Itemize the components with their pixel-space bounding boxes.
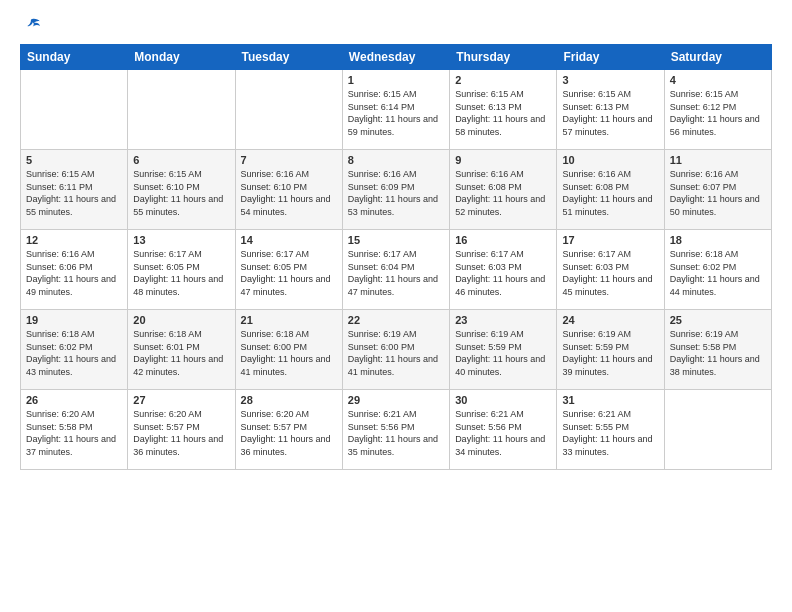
day-info: Sunrise: 6:21 AM Sunset: 5:56 PM Dayligh…	[348, 408, 444, 458]
calendar-cell: 10Sunrise: 6:16 AM Sunset: 6:08 PM Dayli…	[557, 150, 664, 230]
day-info: Sunrise: 6:21 AM Sunset: 5:56 PM Dayligh…	[455, 408, 551, 458]
day-number: 4	[670, 74, 766, 86]
day-info: Sunrise: 6:15 AM Sunset: 6:13 PM Dayligh…	[562, 88, 658, 138]
day-number: 25	[670, 314, 766, 326]
calendar-week-2: 5Sunrise: 6:15 AM Sunset: 6:11 PM Daylig…	[21, 150, 772, 230]
day-number: 11	[670, 154, 766, 166]
calendar-cell: 26Sunrise: 6:20 AM Sunset: 5:58 PM Dayli…	[21, 390, 128, 470]
day-number: 16	[455, 234, 551, 246]
calendar-cell: 16Sunrise: 6:17 AM Sunset: 6:03 PM Dayli…	[450, 230, 557, 310]
calendar-cell: 9Sunrise: 6:16 AM Sunset: 6:08 PM Daylig…	[450, 150, 557, 230]
calendar-cell: 7Sunrise: 6:16 AM Sunset: 6:10 PM Daylig…	[235, 150, 342, 230]
day-number: 18	[670, 234, 766, 246]
day-number: 31	[562, 394, 658, 406]
day-number: 10	[562, 154, 658, 166]
calendar-table: SundayMondayTuesdayWednesdayThursdayFrid…	[20, 44, 772, 470]
calendar-cell	[235, 70, 342, 150]
day-number: 19	[26, 314, 122, 326]
day-info: Sunrise: 6:17 AM Sunset: 6:03 PM Dayligh…	[562, 248, 658, 298]
weekday-header-monday: Monday	[128, 45, 235, 70]
weekday-header-saturday: Saturday	[664, 45, 771, 70]
day-number: 21	[241, 314, 337, 326]
calendar-cell: 24Sunrise: 6:19 AM Sunset: 5:59 PM Dayli…	[557, 310, 664, 390]
weekday-header-friday: Friday	[557, 45, 664, 70]
calendar-cell: 8Sunrise: 6:16 AM Sunset: 6:09 PM Daylig…	[342, 150, 449, 230]
day-info: Sunrise: 6:20 AM Sunset: 5:58 PM Dayligh…	[26, 408, 122, 458]
day-info: Sunrise: 6:17 AM Sunset: 6:04 PM Dayligh…	[348, 248, 444, 298]
calendar-week-4: 19Sunrise: 6:18 AM Sunset: 6:02 PM Dayli…	[21, 310, 772, 390]
calendar-cell: 2Sunrise: 6:15 AM Sunset: 6:13 PM Daylig…	[450, 70, 557, 150]
day-number: 6	[133, 154, 229, 166]
day-info: Sunrise: 6:15 AM Sunset: 6:12 PM Dayligh…	[670, 88, 766, 138]
day-number: 27	[133, 394, 229, 406]
day-info: Sunrise: 6:15 AM Sunset: 6:14 PM Dayligh…	[348, 88, 444, 138]
calendar-cell	[664, 390, 771, 470]
day-info: Sunrise: 6:19 AM Sunset: 6:00 PM Dayligh…	[348, 328, 444, 378]
day-number: 7	[241, 154, 337, 166]
calendar-week-3: 12Sunrise: 6:16 AM Sunset: 6:06 PM Dayli…	[21, 230, 772, 310]
day-info: Sunrise: 6:17 AM Sunset: 6:05 PM Dayligh…	[133, 248, 229, 298]
weekday-header-row: SundayMondayTuesdayWednesdayThursdayFrid…	[21, 45, 772, 70]
calendar-cell: 3Sunrise: 6:15 AM Sunset: 6:13 PM Daylig…	[557, 70, 664, 150]
page: SundayMondayTuesdayWednesdayThursdayFrid…	[0, 0, 792, 612]
calendar-cell: 19Sunrise: 6:18 AM Sunset: 6:02 PM Dayli…	[21, 310, 128, 390]
calendar-cell: 20Sunrise: 6:18 AM Sunset: 6:01 PM Dayli…	[128, 310, 235, 390]
day-number: 13	[133, 234, 229, 246]
calendar-cell: 17Sunrise: 6:17 AM Sunset: 6:03 PM Dayli…	[557, 230, 664, 310]
day-info: Sunrise: 6:15 AM Sunset: 6:11 PM Dayligh…	[26, 168, 122, 218]
day-info: Sunrise: 6:19 AM Sunset: 5:58 PM Dayligh…	[670, 328, 766, 378]
day-number: 17	[562, 234, 658, 246]
day-number: 29	[348, 394, 444, 406]
calendar-cell: 30Sunrise: 6:21 AM Sunset: 5:56 PM Dayli…	[450, 390, 557, 470]
weekday-header-thursday: Thursday	[450, 45, 557, 70]
calendar-cell: 29Sunrise: 6:21 AM Sunset: 5:56 PM Dayli…	[342, 390, 449, 470]
day-number: 5	[26, 154, 122, 166]
day-info: Sunrise: 6:18 AM Sunset: 6:00 PM Dayligh…	[241, 328, 337, 378]
day-info: Sunrise: 6:16 AM Sunset: 6:08 PM Dayligh…	[455, 168, 551, 218]
day-info: Sunrise: 6:15 AM Sunset: 6:13 PM Dayligh…	[455, 88, 551, 138]
calendar-cell: 15Sunrise: 6:17 AM Sunset: 6:04 PM Dayli…	[342, 230, 449, 310]
day-number: 20	[133, 314, 229, 326]
weekday-header-wednesday: Wednesday	[342, 45, 449, 70]
day-info: Sunrise: 6:21 AM Sunset: 5:55 PM Dayligh…	[562, 408, 658, 458]
day-number: 26	[26, 394, 122, 406]
weekday-header-tuesday: Tuesday	[235, 45, 342, 70]
day-number: 15	[348, 234, 444, 246]
calendar-cell	[21, 70, 128, 150]
calendar-cell: 12Sunrise: 6:16 AM Sunset: 6:06 PM Dayli…	[21, 230, 128, 310]
day-number: 30	[455, 394, 551, 406]
calendar-cell	[128, 70, 235, 150]
calendar-cell: 27Sunrise: 6:20 AM Sunset: 5:57 PM Dayli…	[128, 390, 235, 470]
calendar-cell: 11Sunrise: 6:16 AM Sunset: 6:07 PM Dayli…	[664, 150, 771, 230]
day-info: Sunrise: 6:20 AM Sunset: 5:57 PM Dayligh…	[241, 408, 337, 458]
calendar-cell: 23Sunrise: 6:19 AM Sunset: 5:59 PM Dayli…	[450, 310, 557, 390]
day-number: 8	[348, 154, 444, 166]
day-number: 28	[241, 394, 337, 406]
calendar-cell: 14Sunrise: 6:17 AM Sunset: 6:05 PM Dayli…	[235, 230, 342, 310]
day-info: Sunrise: 6:16 AM Sunset: 6:09 PM Dayligh…	[348, 168, 444, 218]
calendar-cell: 18Sunrise: 6:18 AM Sunset: 6:02 PM Dayli…	[664, 230, 771, 310]
day-info: Sunrise: 6:16 AM Sunset: 6:07 PM Dayligh…	[670, 168, 766, 218]
calendar-cell: 28Sunrise: 6:20 AM Sunset: 5:57 PM Dayli…	[235, 390, 342, 470]
day-number: 2	[455, 74, 551, 86]
day-number: 9	[455, 154, 551, 166]
day-number: 1	[348, 74, 444, 86]
calendar-cell: 5Sunrise: 6:15 AM Sunset: 6:11 PM Daylig…	[21, 150, 128, 230]
day-info: Sunrise: 6:18 AM Sunset: 6:02 PM Dayligh…	[670, 248, 766, 298]
day-number: 12	[26, 234, 122, 246]
day-info: Sunrise: 6:17 AM Sunset: 6:05 PM Dayligh…	[241, 248, 337, 298]
calendar-cell: 13Sunrise: 6:17 AM Sunset: 6:05 PM Dayli…	[128, 230, 235, 310]
day-info: Sunrise: 6:16 AM Sunset: 6:08 PM Dayligh…	[562, 168, 658, 218]
day-info: Sunrise: 6:18 AM Sunset: 6:01 PM Dayligh…	[133, 328, 229, 378]
calendar-week-1: 1Sunrise: 6:15 AM Sunset: 6:14 PM Daylig…	[21, 70, 772, 150]
calendar-cell: 21Sunrise: 6:18 AM Sunset: 6:00 PM Dayli…	[235, 310, 342, 390]
calendar-cell: 22Sunrise: 6:19 AM Sunset: 6:00 PM Dayli…	[342, 310, 449, 390]
day-info: Sunrise: 6:17 AM Sunset: 6:03 PM Dayligh…	[455, 248, 551, 298]
logo	[20, 16, 40, 34]
day-number: 14	[241, 234, 337, 246]
day-number: 23	[455, 314, 551, 326]
day-info: Sunrise: 6:19 AM Sunset: 5:59 PM Dayligh…	[455, 328, 551, 378]
calendar-cell: 6Sunrise: 6:15 AM Sunset: 6:10 PM Daylig…	[128, 150, 235, 230]
calendar-week-5: 26Sunrise: 6:20 AM Sunset: 5:58 PM Dayli…	[21, 390, 772, 470]
day-number: 22	[348, 314, 444, 326]
